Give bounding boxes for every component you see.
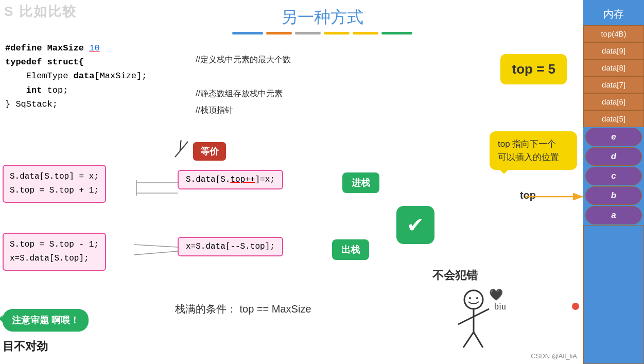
mem-cell-data7: data[7] xyxy=(583,76,644,93)
comment-3: //栈顶指针 xyxy=(196,102,291,118)
csdn-label: CSDN @All_liA xyxy=(531,352,577,360)
mem-cell-d: d xyxy=(585,147,642,166)
pop-left-line2: x=S.data[S.top]; xyxy=(10,252,99,266)
mem-cell-a: a xyxy=(585,206,642,224)
mem-cell-b: b xyxy=(585,186,642,205)
mem-cell-data6: data[6] xyxy=(583,93,644,110)
svg-point-1 xyxy=(469,297,471,299)
pop-left-line1: S.top = S.top - 1; xyxy=(10,238,99,252)
push-code-left: S.data[S.top] = x; S.top = S.top + 1; xyxy=(3,165,106,203)
title-underline xyxy=(0,32,644,34)
top-bubble: top 指向下一个可以插入的位置 xyxy=(490,131,577,170)
underline-yellow1 xyxy=(324,32,350,34)
code-line5: } SqStack; xyxy=(5,97,147,111)
pop-right-text: x=S.data[--S.top]; xyxy=(186,242,275,251)
underline-yellow2 xyxy=(353,32,378,34)
mem-cell-bottom xyxy=(583,225,644,364)
underline-gray xyxy=(295,32,321,34)
push-left-line1: S.data[S.top] = x; xyxy=(10,170,99,184)
pop-code-left: S.top = S.top - 1; x=S.data[S.top]; xyxy=(3,233,106,271)
zhuyishenti-bubble: 注意审题 啊喂！ xyxy=(3,309,89,332)
memory-column: 内存 top(4B) data[9] data[8] data[7] data[… xyxy=(583,0,644,364)
checkmark-box: ✔ xyxy=(396,206,434,244)
mu-buduijin-label: 目不对劲 xyxy=(3,339,48,354)
page-title: 另一种方式 xyxy=(0,6,644,29)
pop-connect-line2 xyxy=(134,251,178,255)
define-keyword: #define xyxy=(5,43,47,53)
svg-line-7 xyxy=(474,332,483,348)
push-right-text: S.data[S.top++]=x; xyxy=(186,175,275,184)
underline-blue xyxy=(232,32,263,34)
underline-green xyxy=(381,32,412,34)
code-line3: ElemType data[MaxSize]; xyxy=(5,69,147,83)
mem-cell-top4b: top(4B) xyxy=(583,25,644,42)
zhanman-condition: 栈满的条件： top == MaxSize xyxy=(175,302,311,316)
code-line4: int top; xyxy=(5,83,147,97)
int-keyword: int xyxy=(26,85,42,95)
dengjiia-box: 等价 xyxy=(193,142,226,161)
pop-code-right: x=S.data[--S.top]; xyxy=(178,237,283,256)
comment-1: //定义栈中元素的最大个数 xyxy=(196,51,291,68)
red-dot xyxy=(572,303,579,310)
comment-area: //定义栈中元素的最大个数 //静态数组存放栈中元素 //栈顶指针 xyxy=(196,51,291,118)
data-keyword: data xyxy=(74,71,95,81)
jinzhan-box: 进栈 xyxy=(342,172,379,193)
svg-point-0 xyxy=(464,290,483,309)
push-code-right: S.data[S.top++]=x; xyxy=(178,170,283,189)
underline-orange xyxy=(266,32,292,34)
stickman-figure xyxy=(448,288,499,355)
top-bubble-text: top 指向下一个可以插入的位置 xyxy=(498,139,559,162)
define-value: 10 xyxy=(89,43,99,53)
elemtype-text: ElemType data[MaxSize]; xyxy=(26,71,147,81)
title-area: 另一种方式 xyxy=(0,0,644,34)
code-line2: typedef struct{ xyxy=(5,55,147,69)
define-name: MaxSize xyxy=(47,43,90,53)
slash-mark: / xyxy=(177,138,184,155)
no-mistake-label: 不会犯错 xyxy=(432,268,478,283)
checkmark-icon: ✔ xyxy=(407,213,424,237)
memory-label: 内存 xyxy=(583,0,644,25)
top-underline: top++ xyxy=(230,175,255,184)
svg-line-5 xyxy=(474,309,489,317)
svg-point-2 xyxy=(476,297,478,299)
top-arrow-label: top xyxy=(520,189,536,201)
comment-spacer xyxy=(196,68,291,85)
typedef-keyword: typedef struct{ xyxy=(5,57,84,67)
pop-connect-line1 xyxy=(134,245,178,247)
mem-cell-e: e xyxy=(585,128,642,146)
top5-box: top = 5 xyxy=(500,54,567,84)
mem-cell-c: c xyxy=(585,167,642,185)
mem-cell-data5: data[5] xyxy=(583,110,644,127)
mem-cell-data8: data[8] xyxy=(583,59,644,76)
svg-line-6 xyxy=(463,332,474,348)
watermark: S 比如比较 xyxy=(4,3,77,21)
code-line1: #define MaxSize 10 xyxy=(5,41,147,55)
svg-line-4 xyxy=(458,317,474,324)
mem-cell-data9: data[9] xyxy=(583,42,644,59)
push-left-line2: S.top = S.top + 1; xyxy=(10,184,99,198)
chuzhan-box: 出栈 xyxy=(332,239,369,260)
comment-2: //静态数组存放栈中元素 xyxy=(196,85,291,102)
code-area: #define MaxSize 10 typedef struct{ ElemT… xyxy=(5,41,147,111)
